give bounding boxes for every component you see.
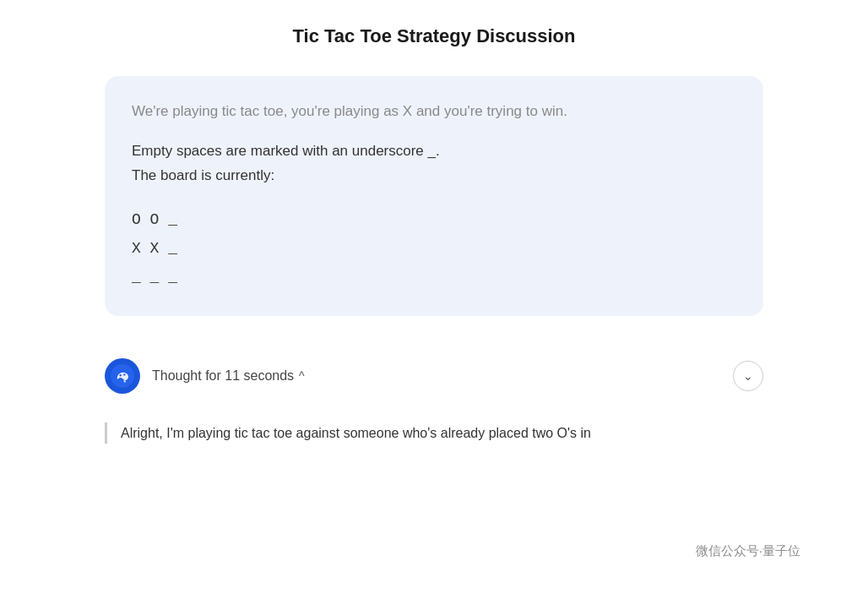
response-text: Alright, I'm playing tic tac toe against…: [121, 422, 763, 444]
collapse-button[interactable]: ⌄: [733, 361, 763, 391]
thought-left: Thought for 11 seconds ^: [105, 358, 305, 394]
response-section: Alright, I'm playing tic tac toe against…: [105, 422, 763, 444]
intro-text: We're playing tic tac toe, you're playin…: [132, 100, 736, 123]
thought-caret-icon: ^: [299, 369, 305, 383]
board-row-3: _ _ _: [132, 263, 736, 291]
board-display: O O _ X X _ _ _ _: [132, 205, 736, 292]
board-desc-line2: The board is currently:: [132, 167, 274, 183]
board-row-2: X X _: [132, 234, 736, 263]
thought-label: Thought for 11 seconds: [152, 368, 294, 384]
main-content: We're playing tic tac toe, you're playin…: [54, 76, 814, 444]
board-description: Empty spaces are marked with an undersco…: [132, 139, 736, 188]
watermark: 微信公众号·量子位: [696, 543, 800, 559]
user-message-bubble: We're playing tic tac toe, you're playin…: [105, 76, 763, 316]
avatar: [105, 358, 140, 394]
svg-point-1: [120, 374, 122, 376]
chevron-down-icon: ⌄: [743, 369, 753, 383]
board-desc-line1: Empty spaces are marked with an undersco…: [132, 143, 440, 159]
board-row-1: O O _: [132, 205, 736, 234]
thought-text: Thought for 11 seconds ^: [152, 368, 305, 384]
thought-section: Thought for 11 seconds ^ ⌄: [105, 343, 763, 409]
page-title: Tic Tac Toe Strategy Discussion: [0, 17, 868, 56]
svg-point-2: [123, 373, 125, 375]
